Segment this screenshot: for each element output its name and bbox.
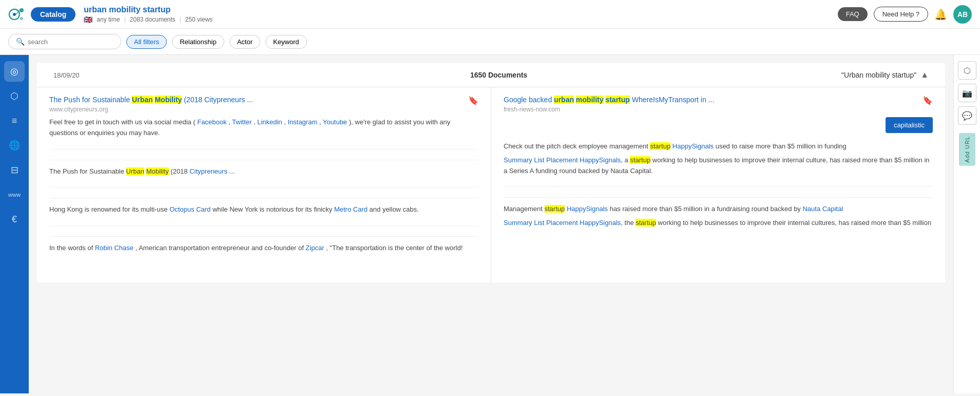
query-documents: 2083 documents xyxy=(130,16,176,23)
article-4: In the words of Robin Chase , American t… xyxy=(49,243,478,264)
avatar[interactable]: AB xyxy=(953,5,972,24)
article-body-4: In the words of Robin Chase , American t… xyxy=(49,243,478,254)
query-time: any time xyxy=(97,16,120,23)
chat-icon[interactable]: 💬 xyxy=(958,106,976,125)
filter-actor-button[interactable]: Actor xyxy=(229,35,260,49)
results-date: 18/09/20 xyxy=(53,71,156,79)
svg-point-1 xyxy=(13,13,16,16)
article-1: 🔖 The Push for Sustainable Urban Mobilit… xyxy=(49,96,478,149)
sidebar-icon-dashboard[interactable]: ◎ xyxy=(4,61,25,82)
divider-2 xyxy=(49,198,478,198)
link-twitter[interactable]: Twitter xyxy=(232,118,252,126)
sidebar-icon-www[interactable]: www xyxy=(4,184,25,205)
article-title-1[interactable]: The Push for Sustainable Urban Mobility … xyxy=(49,96,478,104)
divider-1 xyxy=(49,160,478,160)
article-5: 🔖 Google backed urban mobility startup W… xyxy=(504,96,933,187)
link-linkedin[interactable]: Linkedin xyxy=(257,118,282,126)
results-left-col: 🔖 The Push for Sustainable Urban Mobilit… xyxy=(37,87,491,282)
link-nauta-1[interactable]: Nauta Capital xyxy=(802,205,843,213)
search-input[interactable] xyxy=(28,38,105,46)
bookmark-icon-5[interactable]: 🔖 xyxy=(923,96,933,105)
divider-3 xyxy=(49,236,478,237)
article-2: The Push for Sustainable Urban Mobility … xyxy=(49,166,478,188)
link-metro[interactable]: Metro Card xyxy=(334,205,368,213)
top-nav: Catalog urban mobility startup 🇬🇧 any ti… xyxy=(0,0,980,29)
search-icon: 🔍 xyxy=(16,37,25,46)
faq-button[interactable]: FAQ xyxy=(838,7,868,21)
sidebar-icon-docs[interactable]: ≡ xyxy=(4,110,25,131)
link-facebook[interactable]: Facebook xyxy=(197,118,226,126)
article-body-5b: Summary List Placement HappySignals, a s… xyxy=(504,155,933,177)
link-summary-2[interactable]: Summary List Placement HappySignals xyxy=(504,219,621,227)
main-layout: ◎ ⬡ ≡ 🌐 ⊟ www € 18/09/20 1650 Documents … xyxy=(0,55,980,393)
app-logo xyxy=(8,5,27,24)
link-happysignals-2[interactable]: HappySignals xyxy=(567,205,608,213)
query-meta: 🇬🇧 any time | 2083 documents | 250 views xyxy=(84,15,213,24)
link-citypreneurs[interactable]: Citypreneurs xyxy=(189,167,227,175)
article-url-5: fresh-news-now.com xyxy=(504,106,933,113)
results-right-col: 🔖 Google backed urban mobility startup W… xyxy=(491,87,945,282)
results-header: 18/09/20 1650 Documents "Urban mobility … xyxy=(37,63,945,87)
results-count: 1650 Documents xyxy=(156,71,841,79)
capitalistic-button[interactable]: capitalistic xyxy=(886,117,933,133)
link-summary-1[interactable]: Summary List Placement HappySignals xyxy=(504,156,621,164)
link-robin-chase[interactable]: Robin Chase xyxy=(95,244,133,252)
flag-icon: 🇬🇧 xyxy=(84,15,92,24)
link-happysignals-1[interactable]: HappySignals xyxy=(672,142,714,150)
sidebar-icon-globe[interactable]: 🌐 xyxy=(4,135,25,156)
search-box[interactable]: 🔍 xyxy=(8,34,121,49)
add-url-button[interactable]: Add URL xyxy=(959,133,975,166)
camera-icon[interactable]: 📷 xyxy=(958,84,976,102)
query-views: 250 views xyxy=(185,16,213,23)
bookmark-icon-1[interactable]: 🔖 xyxy=(468,96,478,105)
notification-bell-icon[interactable]: 🔔 xyxy=(934,8,947,21)
help-button[interactable]: Need Help ? xyxy=(874,7,928,22)
filter-bar: 🔍 All filters Relationship Actor Keyword xyxy=(0,29,980,55)
svg-point-3 xyxy=(20,17,23,20)
query-info: urban mobility startup 🇬🇧 any time | 208… xyxy=(84,5,213,24)
article-body-6a: Management startup HappySignals has rais… xyxy=(504,204,933,215)
article-3: Hong Kong is renowned for its multi-use … xyxy=(49,204,478,226)
link-octopus[interactable]: Octopus Card xyxy=(169,205,210,213)
results-query: "Urban mobility startup" ▲ xyxy=(841,70,929,80)
left-sidebar: ◎ ⬡ ≡ 🌐 ⊟ www € xyxy=(0,55,29,393)
article-body-2: The Push for Sustainable Urban Mobility … xyxy=(49,166,478,177)
link-zipcar[interactable]: Zipcar xyxy=(305,244,324,252)
collapse-icon[interactable]: ▲ xyxy=(920,70,929,80)
article-body-6b: Summary List Placement HappySignals, the… xyxy=(504,218,933,229)
share-icon[interactable]: ⬡ xyxy=(958,61,976,80)
sidebar-icon-filter[interactable]: ⊟ xyxy=(4,160,25,180)
results-columns: 🔖 The Push for Sustainable Urban Mobilit… xyxy=(37,87,945,282)
divider-5 xyxy=(504,197,933,198)
link-instagram[interactable]: Instagram xyxy=(287,118,317,126)
nav-right: FAQ Need Help ? 🔔 AB xyxy=(838,5,972,24)
article-6: Management startup HappySignals has rais… xyxy=(504,204,933,239)
link-youtube[interactable]: Youtube xyxy=(323,118,347,126)
svg-point-2 xyxy=(20,8,24,12)
article-body-5a: Check out the pitch deck employee manage… xyxy=(504,141,933,152)
filter-all-button[interactable]: All filters xyxy=(126,35,167,49)
article-title-5[interactable]: Google backed urban mobility startup Whe… xyxy=(504,96,933,104)
right-sidebar: ⬡ 📷 💬 Add URL xyxy=(953,55,980,393)
sidebar-icon-network[interactable]: ⬡ xyxy=(4,86,25,106)
filter-relationship-button[interactable]: Relationship xyxy=(172,35,224,49)
article-body-1: Feel free to get in touch with us via so… xyxy=(49,117,478,139)
query-title: urban mobility startup xyxy=(84,5,213,14)
article-body-3: Hong Kong is renowned for its multi-use … xyxy=(49,204,478,215)
sidebar-icon-euro[interactable]: € xyxy=(4,209,25,230)
content-area: 18/09/20 1650 Documents "Urban mobility … xyxy=(29,55,953,393)
filter-keyword-button[interactable]: Keyword xyxy=(265,35,307,49)
catalog-button[interactable]: Catalog xyxy=(31,7,75,22)
article-url-1: www.citypreneurs.org xyxy=(49,106,478,113)
